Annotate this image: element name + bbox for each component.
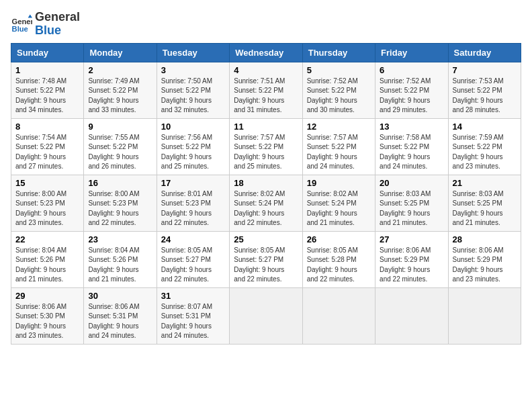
day-number: 23: [88, 234, 152, 244]
weekday-header: Friday: [375, 43, 448, 62]
calendar-week-row: 15 Sunrise: 8:00 AMSunset: 5:23 PMDaylig…: [11, 175, 521, 231]
calendar-week-row: 29 Sunrise: 8:06 AMSunset: 5:30 PMDaylig…: [11, 287, 521, 344]
day-info: Sunrise: 7:53 AMSunset: 5:22 PMDaylight:…: [453, 77, 504, 114]
calendar-cell: [375, 287, 448, 344]
day-number: 18: [234, 178, 298, 188]
calendar-cell: 29 Sunrise: 8:06 AMSunset: 5:30 PMDaylig…: [11, 287, 84, 344]
day-number: 8: [15, 122, 79, 132]
calendar-cell: 7 Sunrise: 7:53 AMSunset: 5:22 PMDayligh…: [448, 62, 521, 118]
calendar-cell: 17 Sunrise: 8:01 AMSunset: 5:23 PMDaylig…: [157, 175, 229, 231]
calendar-cell: 31 Sunrise: 8:07 AMSunset: 5:31 PMDaylig…: [157, 287, 229, 344]
day-info: Sunrise: 7:56 AMSunset: 5:22 PMDaylight:…: [161, 134, 212, 171]
day-info: Sunrise: 8:02 AMSunset: 5:24 PMDaylight:…: [307, 190, 358, 227]
day-number: 28: [453, 234, 517, 244]
day-number: 27: [380, 234, 443, 244]
svg-text:Blue: Blue: [12, 25, 28, 33]
calendar-cell: 27 Sunrise: 8:06 AMSunset: 5:29 PMDaylig…: [375, 231, 448, 287]
svg-text:General: General: [12, 17, 32, 26]
day-number: 4: [234, 65, 298, 75]
calendar-week-row: 22 Sunrise: 8:04 AMSunset: 5:26 PMDaylig…: [11, 231, 521, 287]
day-number: 15: [15, 178, 79, 188]
day-number: 17: [161, 178, 225, 188]
day-number: 21: [453, 178, 517, 188]
day-number: 26: [307, 234, 371, 244]
calendar-cell: 24 Sunrise: 8:05 AMSunset: 5:27 PMDaylig…: [157, 231, 229, 287]
calendar-cell: 11 Sunrise: 7:57 AMSunset: 5:22 PMDaylig…: [230, 118, 302, 175]
calendar-cell: 10 Sunrise: 7:56 AMSunset: 5:22 PMDaylig…: [157, 118, 229, 175]
day-info: Sunrise: 8:03 AMSunset: 5:25 PMDaylight:…: [453, 190, 504, 227]
calendar-cell: 3 Sunrise: 7:50 AMSunset: 5:22 PMDayligh…: [157, 62, 229, 118]
day-info: Sunrise: 8:05 AMSunset: 5:28 PMDaylight:…: [307, 246, 358, 283]
calendar-cell: 9 Sunrise: 7:55 AMSunset: 5:22 PMDayligh…: [84, 118, 157, 175]
day-number: 3: [161, 65, 225, 75]
weekday-header: Tuesday: [157, 43, 229, 62]
day-number: 12: [307, 122, 371, 132]
day-number: 19: [307, 178, 371, 188]
weekday-header: Monday: [84, 43, 157, 62]
day-number: 1: [15, 65, 79, 75]
day-info: Sunrise: 8:04 AMSunset: 5:26 PMDaylight:…: [15, 246, 66, 283]
calendar-cell: 18 Sunrise: 8:02 AMSunset: 5:24 PMDaylig…: [230, 175, 302, 231]
day-info: Sunrise: 8:06 AMSunset: 5:29 PMDaylight:…: [380, 246, 431, 283]
calendar-cell: 13 Sunrise: 7:58 AMSunset: 5:22 PMDaylig…: [375, 118, 448, 175]
calendar-cell: 26 Sunrise: 8:05 AMSunset: 5:28 PMDaylig…: [302, 231, 375, 287]
calendar-cell: 14 Sunrise: 7:59 AMSunset: 5:22 PMDaylig…: [448, 118, 521, 175]
day-number: 24: [161, 234, 225, 244]
day-info: Sunrise: 7:52 AMSunset: 5:22 PMDaylight:…: [307, 77, 358, 114]
day-number: 11: [234, 122, 298, 132]
day-info: Sunrise: 8:00 AMSunset: 5:23 PMDaylight:…: [15, 190, 66, 227]
day-number: 25: [234, 234, 298, 244]
day-number: 9: [88, 122, 152, 132]
day-info: Sunrise: 7:58 AMSunset: 5:22 PMDaylight:…: [380, 134, 431, 171]
calendar-week-row: 1 Sunrise: 7:48 AMSunset: 5:22 PMDayligh…: [11, 62, 521, 118]
day-info: Sunrise: 8:00 AMSunset: 5:23 PMDaylight:…: [88, 190, 139, 227]
calendar-cell: 4 Sunrise: 7:51 AMSunset: 5:22 PMDayligh…: [230, 62, 302, 118]
day-number: 20: [380, 178, 443, 188]
day-number: 13: [380, 122, 443, 132]
calendar-week-row: 8 Sunrise: 7:54 AMSunset: 5:22 PMDayligh…: [11, 118, 521, 175]
day-info: Sunrise: 8:01 AMSunset: 5:23 PMDaylight:…: [161, 190, 212, 227]
calendar-cell: 25 Sunrise: 8:05 AMSunset: 5:27 PMDaylig…: [230, 231, 302, 287]
day-number: 14: [453, 122, 517, 132]
calendar-cell: 2 Sunrise: 7:49 AMSunset: 5:22 PMDayligh…: [84, 62, 157, 118]
day-info: Sunrise: 8:05 AMSunset: 5:27 PMDaylight:…: [161, 246, 212, 283]
weekday-header: Saturday: [448, 43, 521, 62]
day-info: Sunrise: 8:07 AMSunset: 5:31 PMDaylight:…: [161, 303, 212, 340]
calendar-cell: 16 Sunrise: 8:00 AMSunset: 5:23 PMDaylig…: [84, 175, 157, 231]
calendar-cell: 21 Sunrise: 8:03 AMSunset: 5:25 PMDaylig…: [448, 175, 521, 231]
calendar-cell: 8 Sunrise: 7:54 AMSunset: 5:22 PMDayligh…: [11, 118, 84, 175]
day-number: 30: [88, 291, 152, 301]
calendar-cell: 23 Sunrise: 8:04 AMSunset: 5:26 PMDaylig…: [84, 231, 157, 287]
day-number: 16: [88, 178, 152, 188]
day-number: 7: [453, 65, 517, 75]
day-info: Sunrise: 7:57 AMSunset: 5:22 PMDaylight:…: [234, 134, 285, 171]
day-info: Sunrise: 8:04 AMSunset: 5:26 PMDaylight:…: [88, 246, 139, 283]
calendar-cell: 20 Sunrise: 8:03 AMSunset: 5:25 PMDaylig…: [375, 175, 448, 231]
weekday-header-row: SundayMondayTuesdayWednesdayThursdayFrid…: [11, 43, 521, 62]
day-number: 10: [161, 122, 225, 132]
calendar-cell: 30 Sunrise: 8:06 AMSunset: 5:31 PMDaylig…: [84, 287, 157, 344]
calendar-table: SundayMondayTuesdayWednesdayThursdayFrid…: [11, 43, 521, 345]
logo-text: General Blue: [35, 11, 80, 38]
calendar-cell: [230, 287, 302, 344]
day-info: Sunrise: 8:05 AMSunset: 5:27 PMDaylight:…: [234, 246, 285, 283]
calendar-cell: 22 Sunrise: 8:04 AMSunset: 5:26 PMDaylig…: [11, 231, 84, 287]
day-info: Sunrise: 8:03 AMSunset: 5:25 PMDaylight:…: [380, 190, 431, 227]
day-info: Sunrise: 8:06 AMSunset: 5:31 PMDaylight:…: [88, 303, 139, 340]
day-info: Sunrise: 8:06 AMSunset: 5:30 PMDaylight:…: [15, 303, 66, 340]
calendar-cell: 15 Sunrise: 8:00 AMSunset: 5:23 PMDaylig…: [11, 175, 84, 231]
day-info: Sunrise: 8:06 AMSunset: 5:29 PMDaylight:…: [453, 246, 504, 283]
day-number: 22: [15, 234, 79, 244]
day-info: Sunrise: 7:57 AMSunset: 5:22 PMDaylight:…: [307, 134, 358, 171]
calendar-cell: 1 Sunrise: 7:48 AMSunset: 5:22 PMDayligh…: [11, 62, 84, 118]
weekday-header: Thursday: [302, 43, 375, 62]
day-info: Sunrise: 7:54 AMSunset: 5:22 PMDaylight:…: [15, 134, 66, 171]
calendar-cell: 12 Sunrise: 7:57 AMSunset: 5:22 PMDaylig…: [302, 118, 375, 175]
day-info: Sunrise: 7:51 AMSunset: 5:22 PMDaylight:…: [234, 77, 285, 114]
day-number: 31: [161, 291, 225, 301]
calendar-cell: 28 Sunrise: 8:06 AMSunset: 5:29 PMDaylig…: [448, 231, 521, 287]
day-number: 2: [88, 65, 152, 75]
day-number: 29: [15, 291, 79, 301]
weekday-header: Wednesday: [230, 43, 302, 62]
day-info: Sunrise: 7:48 AMSunset: 5:22 PMDaylight:…: [15, 77, 66, 114]
